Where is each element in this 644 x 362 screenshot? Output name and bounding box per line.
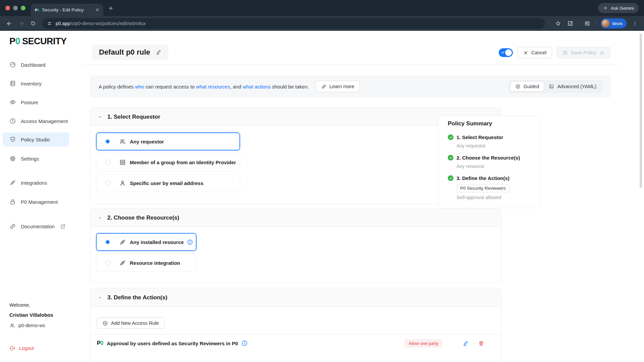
external-link-icon: [60, 224, 66, 229]
sidebar-item-dashboard[interactable]: Dashboard: [3, 58, 69, 71]
info-icon[interactable]: [241, 340, 248, 347]
sidebar-item-settings[interactable]: Settings: [3, 152, 69, 165]
sidebar-item-integrations[interactable]: Integrations: [3, 176, 69, 189]
summary-item: 2. Choose the Resource(s): [448, 155, 534, 161]
address-bar[interactable]: p0.app/o/p0-demo-ws/policies/edit/w0m8ux: [42, 18, 545, 29]
option-label: Any installed resource: [130, 239, 184, 245]
chevron-down-icon[interactable]: [97, 215, 103, 221]
learn-more-button[interactable]: Learn more: [316, 81, 360, 92]
zoom-window-button[interactable]: [21, 6, 25, 10]
policy-description: A policy defines who can request access …: [99, 84, 309, 89]
tab-close-icon[interactable]: [95, 7, 100, 12]
info-icon[interactable]: [187, 239, 193, 245]
sidebar-item-posture[interactable]: Posture: [3, 96, 69, 109]
radio-checked[interactable]: [105, 139, 110, 144]
who-link[interactable]: who: [135, 84, 144, 89]
site-settings-icon[interactable]: [47, 21, 52, 26]
section-define-actions: 3. Define the Action(s) Add New Access R…: [90, 288, 501, 362]
guided-mode-tab[interactable]: Guided: [510, 81, 544, 92]
add-access-rule-button[interactable]: Add New Access Rule: [97, 317, 165, 329]
option-resource-integration[interactable]: Resource integration: [96, 254, 197, 272]
section-2-header[interactable]: 2. Choose the Resource(s): [90, 209, 501, 227]
reviewers-chip: P0 Security Reviewers: [457, 184, 509, 192]
clock-icon: [9, 118, 16, 124]
sidebar-item-policy-studio[interactable]: Policy Studio: [3, 132, 69, 146]
page-scrollbar[interactable]: [640, 34, 642, 188]
rule-action-separator: [473, 340, 474, 347]
what-resources-link[interactable]: what resources: [196, 84, 230, 89]
summary-title: Policy Summary: [448, 120, 534, 127]
sidebar-item-access-management[interactable]: Access Management: [3, 114, 69, 128]
inventory-icon: [9, 80, 16, 87]
sidebar-item-p0-management[interactable]: P0 Management: [3, 195, 69, 208]
cancel-button[interactable]: Cancel: [518, 47, 552, 58]
policy-title-pill: Default p0 rule: [92, 45, 168, 60]
toolbar-separator: [579, 20, 579, 26]
user-name: Cristian Villalobos: [9, 312, 53, 318]
toggle-knob: [505, 49, 512, 56]
gear-icon: [9, 155, 16, 162]
sidebar-item-inventory[interactable]: Inventory: [3, 77, 69, 90]
chevron-down-icon[interactable]: [97, 114, 103, 120]
logout-button[interactable]: Logout: [9, 345, 34, 351]
ask-gemini-button[interactable]: Ask Gemini: [598, 3, 639, 13]
summary-item: 3. Define the Action(s): [448, 175, 534, 181]
profile-label: Work: [612, 21, 623, 26]
chevron-down-icon[interactable]: [97, 295, 103, 300]
check-circle-icon: [448, 134, 453, 140]
summary-item-title: 2. Choose the Resource(s): [457, 155, 520, 161]
radio-checked[interactable]: [105, 239, 110, 245]
option-any-installed-resource[interactable]: Any installed resource: [96, 233, 197, 251]
self-approval-note: Self-approval allowed: [457, 195, 534, 200]
option-specific-user[interactable]: Specific user by email address: [96, 174, 240, 192]
save-policy-button[interactable]: Save Policy: [557, 47, 610, 58]
screen: P0 Security - Edit Policy Ask Gemini: [0, 0, 644, 362]
browser-menu-icon[interactable]: [630, 18, 640, 28]
resource-plug-icon: [119, 259, 126, 266]
dashboard-icon: [9, 61, 16, 68]
compass-icon: [515, 84, 521, 89]
section-3-header[interactable]: 3. Define the Action(s): [90, 289, 501, 307]
radio-unchecked[interactable]: [105, 180, 110, 186]
option-group-member[interactable]: Member of a group from an Identity Provi…: [96, 153, 240, 171]
forward-icon[interactable]: [16, 18, 26, 28]
resource-plug-icon: [119, 239, 126, 246]
summary-item-title: 1. Select Requestor: [457, 134, 503, 140]
edit-title-icon[interactable]: [156, 49, 162, 55]
delete-rule-icon[interactable]: [478, 340, 484, 347]
editor-mode-switch: Guided Advanced (YAML): [509, 80, 602, 93]
avatar: [602, 19, 610, 27]
back-icon[interactable]: [4, 18, 14, 28]
users-icon: [119, 138, 126, 145]
link-icon: [321, 84, 326, 89]
bookmark-star-icon[interactable]: [553, 18, 563, 28]
sidebar-item-documentation[interactable]: Documentation: [3, 220, 69, 233]
side-panel-search-icon[interactable]: [582, 18, 592, 28]
sidebar-item-label: P0 Management: [21, 199, 58, 205]
extensions-icon[interactable]: [565, 18, 575, 28]
user-welcome-block: Welcome, Cristian Villalobos p0-demo-ws: [9, 302, 53, 328]
policy-enabled-toggle[interactable]: [499, 48, 513, 57]
browser-tabstrip: P0 Security - Edit Policy Ask Gemini: [0, 0, 644, 16]
section-choose-resources: 2. Choose the Resource(s) Any installed …: [90, 208, 501, 283]
edit-rule-icon[interactable]: [463, 340, 469, 347]
minimize-window-button[interactable]: [13, 6, 18, 10]
workspace-row[interactable]: p0-demo-ws: [9, 322, 53, 328]
option-any-requestor[interactable]: Any requestor: [96, 132, 240, 150]
window-controls: [5, 6, 25, 10]
refresh-icon[interactable]: [28, 18, 38, 28]
summary-item-value: Any resource: [457, 164, 534, 169]
lock-icon: [9, 198, 16, 205]
shield-check-icon: [9, 136, 16, 143]
what-actions-link[interactable]: what actions: [243, 84, 270, 89]
header-divider: [83, 64, 619, 65]
sidebar-item-label: Posture: [21, 100, 38, 105]
p0-logo-mark: P0: [97, 340, 103, 346]
close-window-button[interactable]: [5, 6, 10, 10]
radio-unchecked[interactable]: [105, 260, 110, 265]
advanced-yaml-tab[interactable]: Advanced (YAML): [544, 81, 601, 92]
radio-unchecked[interactable]: [105, 160, 110, 165]
new-tab-button[interactable]: [108, 5, 114, 11]
browser-tab[interactable]: P0 Security - Edit Policy: [31, 4, 103, 16]
browser-profile-button[interactable]: Work: [601, 18, 627, 28]
